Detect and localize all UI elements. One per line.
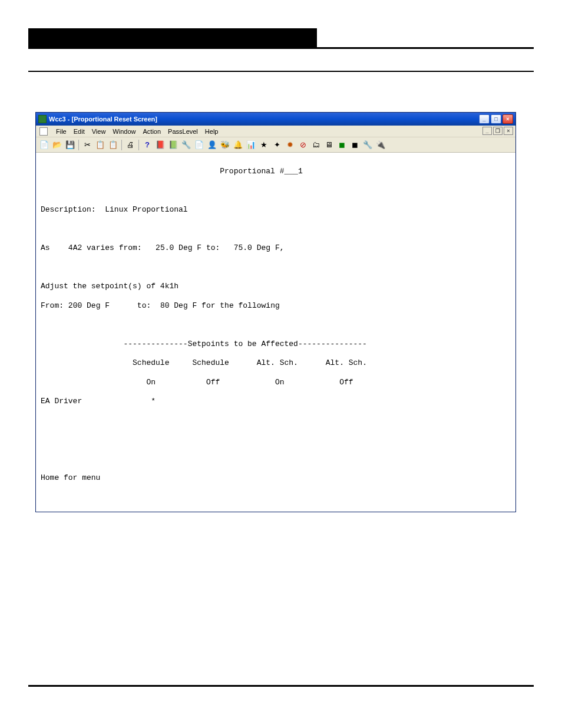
star-icon[interactable]: ★ — [258, 139, 270, 151]
separator — [138, 140, 139, 150]
col-schedule-2: Schedule — [192, 358, 229, 367]
col-on-2: On — [275, 378, 285, 387]
to2-value: 80 Deg F — [160, 301, 197, 310]
separator — [78, 140, 79, 150]
header-row-1: Schedule Schedule Alt. Sch. Alt. Sch. — [36, 358, 515, 368]
header-row-2: On Off On Off — [36, 378, 515, 387]
home-hint: Home for menu — [41, 473, 100, 482]
app-icon — [38, 115, 47, 123]
mdi-minimize[interactable]: _ — [482, 127, 492, 135]
minimize-button[interactable]: _ — [479, 114, 490, 124]
blank-line — [36, 454, 515, 464]
menubar: File Edit View Window Action PassLevel H… — [36, 126, 515, 137]
blank-line — [36, 320, 515, 330]
toolbar-icon[interactable]: 🔔 — [232, 139, 244, 151]
row-mark: * — [151, 397, 156, 406]
toolbar-icon[interactable]: 📄 — [193, 139, 205, 151]
content-area: Proportional #___1 Description: Linux Pr… — [36, 153, 515, 512]
toolbar-icon[interactable]: 📊 — [245, 139, 257, 151]
menu-help[interactable]: Help — [205, 128, 219, 135]
brightness-icon[interactable]: ✹ — [284, 139, 296, 151]
toolbar: 📄 📂 💾 ✂ 📋 📋 🖨 ? 📕 📗 🔧 📄 👤 🐝 🔔 📊 ★ ✦ ✹ ⊘ … — [36, 137, 515, 153]
proportional-number: 1 — [298, 167, 303, 176]
description-line: Description: Linux Proportional — [36, 205, 515, 215]
menu-passlevel[interactable]: PassLevel — [168, 128, 198, 135]
from-to-line: From: 200 Deg F to: 80 Deg F for the fol… — [36, 301, 515, 311]
menu-window[interactable]: Window — [113, 128, 135, 135]
close-button[interactable]: × — [503, 114, 513, 124]
divider-line: --------------Setpoints to be Affected--… — [36, 340, 515, 349]
toolbar-icon[interactable]: 🗂 — [310, 139, 322, 151]
mdi-close[interactable]: × — [504, 127, 513, 135]
from-value: 25.0 Deg F — [156, 243, 201, 252]
for-following-label: for the following — [201, 301, 280, 310]
book2-icon[interactable]: 📗 — [167, 139, 179, 151]
proportional-label: Proportional #___ — [220, 167, 298, 176]
save-icon[interactable]: 💾 — [64, 139, 76, 151]
to2-label: to: — [137, 301, 151, 310]
titlebar: Wcc3 - [Proportional Reset Screen] _ □ × — [36, 113, 515, 126]
toolbar-icon[interactable]: 🖥 — [323, 139, 335, 151]
titlebar-buttons: _ □ × — [479, 114, 513, 124]
blank-line — [36, 263, 515, 272]
as-point: 4A2 — [68, 243, 82, 252]
toolbar-icon[interactable]: 🔧 — [362, 139, 373, 151]
col-off-1: Off — [206, 378, 220, 387]
new-icon[interactable]: 📄 — [38, 139, 50, 151]
mdi-buttons: _ ❐ × — [482, 127, 513, 135]
table-row: EA Driver * — [36, 397, 515, 406]
toolbar-icon[interactable]: ◼ — [349, 139, 361, 151]
book1-icon[interactable]: 📕 — [154, 139, 166, 151]
toolbar-icon[interactable]: 🔌 — [375, 139, 386, 151]
to-label: to: — [206, 243, 220, 252]
col-on-1: On — [146, 378, 156, 387]
open-icon[interactable]: 📂 — [51, 139, 63, 151]
menu-file[interactable]: File — [56, 128, 67, 135]
adjust-label: Adjust the setpoint(s) of 4k1h — [41, 282, 178, 291]
blank-line — [36, 186, 515, 196]
mdi-restore[interactable]: ❐ — [493, 127, 503, 135]
varies-label: varies from: — [87, 243, 142, 252]
row-label: EA Driver — [41, 397, 82, 406]
toolbar-icon[interactable]: ◼ — [336, 139, 348, 151]
description-value: Linux Proportional — [105, 205, 187, 214]
blank-line — [36, 416, 515, 426]
help-icon[interactable]: ? — [141, 139, 153, 151]
sparkle-icon[interactable]: ✦ — [271, 139, 283, 151]
cut-icon[interactable]: ✂ — [81, 139, 93, 151]
col-schedule-1: Schedule — [133, 358, 169, 367]
app-window: Wcc3 - [Proportional Reset Screen] _ □ ×… — [35, 112, 516, 512]
varies-line: As 4A2 varies from: 25.0 Deg F to: 75.0 … — [36, 243, 515, 253]
menu-edit[interactable]: Edit — [74, 128, 85, 135]
col-off-2: Off — [339, 378, 353, 387]
menu-view[interactable]: View — [92, 128, 106, 135]
mid-rule — [28, 71, 534, 72]
blank-line — [36, 225, 515, 234]
paste-icon[interactable]: 📋 — [107, 139, 119, 151]
toolbar-icon[interactable]: 🐝 — [219, 139, 231, 151]
to-value: 75.0 Deg F, — [234, 243, 285, 252]
as-label: As — [41, 243, 50, 252]
setpoints-divider: --------------Setpoints to be Affected--… — [123, 340, 366, 348]
separator — [121, 140, 122, 150]
toolbar-icon[interactable]: 🔧 — [180, 139, 192, 151]
maximize-button[interactable]: □ — [491, 114, 501, 124]
blank-line — [36, 435, 515, 444]
footer-hint: Home for menu — [36, 473, 515, 483]
window-title: Wcc3 - [Proportional Reset Screen] — [49, 116, 479, 123]
prohibit-icon[interactable]: ⊘ — [297, 139, 309, 151]
col-altsch-2: Alt. Sch. — [326, 358, 367, 367]
adjust-line: Adjust the setpoint(s) of 4k1h — [36, 282, 515, 291]
footer-rule — [28, 685, 534, 687]
menu-action[interactable]: Action — [143, 128, 161, 135]
col-altsch-1: Alt. Sch. — [257, 358, 298, 367]
copy-icon[interactable]: 📋 — [94, 139, 106, 151]
title-line: Proportional #___1 — [36, 167, 515, 176]
toolbar-icon[interactable]: 👤 — [206, 139, 218, 151]
document-icon — [39, 127, 48, 136]
print-icon[interactable]: 🖨 — [124, 139, 136, 151]
from2-value: 200 Deg F — [68, 301, 110, 310]
top-rule — [28, 47, 534, 49]
from2-label: From: — [41, 301, 64, 310]
description-label: Description: — [41, 205, 96, 214]
